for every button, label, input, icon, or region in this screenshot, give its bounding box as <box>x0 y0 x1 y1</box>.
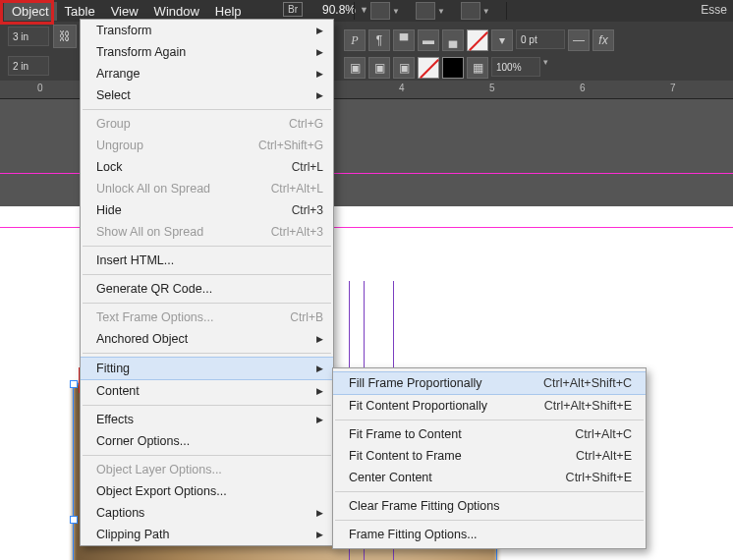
submenu-item-fill-frame-proportionally[interactable]: Fill Frame ProportionallyCtrl+Alt+Shift+… <box>333 371 646 395</box>
menu-item-transform-again[interactable]: Transform Again▶ <box>81 41 333 63</box>
menu-item-content[interactable]: Content▶ <box>81 380 333 402</box>
menu-separator <box>83 246 331 247</box>
opacity-chev-icon[interactable]: ▾ <box>543 57 548 79</box>
menu-item-shortcut: Ctrl+B <box>290 310 323 324</box>
submenu-item-shortcut: Ctrl+Shift+E <box>566 471 632 484</box>
menu-item-arrange[interactable]: Arrange▶ <box>81 63 333 84</box>
menu-item-object-layer-options: Object Layer Options... <box>81 459 333 480</box>
workspace-name-fragment[interactable]: Esse <box>701 3 727 17</box>
selection-handle-tl[interactable] <box>70 380 78 388</box>
bridge-icon[interactable]: Br <box>283 2 303 17</box>
fitting-submenu: Fill Frame ProportionallyCtrl+Alt+Shift+… <box>332 367 647 549</box>
submenu-item-shortcut: Ctrl+Alt+C <box>575 427 632 441</box>
opacity-input[interactable]: 100% <box>491 57 540 77</box>
menu-item-shortcut: Ctrl+3 <box>292 203 323 217</box>
menu-item-anchored-object[interactable]: Anchored Object▶ <box>81 328 333 350</box>
submenu-item-label: Clear Frame Fitting Options <box>349 499 500 513</box>
fill-none-icon[interactable] <box>467 29 488 51</box>
stroke-none-icon[interactable] <box>418 57 439 79</box>
menu-table[interactable]: Table <box>57 2 103 21</box>
submenu-item-clear-frame-fitting-options[interactable]: Clear Frame Fitting Options <box>333 495 646 517</box>
menu-help[interactable]: Help <box>207 2 250 21</box>
screen-mode-icon[interactable] <box>416 2 435 20</box>
submenu-item-fit-content-to-frame[interactable]: Fit Content to FrameCtrl+Alt+E <box>333 445 646 467</box>
menu-item-label: Select <box>96 88 131 102</box>
menu-item-corner-options[interactable]: Corner Options... <box>81 430 333 452</box>
menu-separator <box>335 491 644 492</box>
menu-item-captions[interactable]: Captions▶ <box>81 502 333 524</box>
menu-item-shortcut: Ctrl+Shift+G <box>258 139 323 152</box>
submenu-item-shortcut: Ctrl+Alt+Shift+C <box>543 376 632 390</box>
fill-black-icon[interactable] <box>442 57 464 79</box>
align-center-icon[interactable]: ▬ <box>418 29 439 51</box>
menu-item-shortcut: Ctrl+G <box>289 117 323 131</box>
stroke-pt-chev[interactable]: ▾ <box>491 29 513 51</box>
fx-icon[interactable]: fx <box>592 29 614 51</box>
menu-item-generate-qr-code[interactable]: Generate QR Code... <box>81 278 333 300</box>
submenu-item-frame-fitting-options[interactable]: Frame Fitting Options... <box>333 524 646 545</box>
control-panel-right: P ¶ ▀ ▬ ▄ ▾ 0 pt — fx ▣ ▣ ▣ ▦ 100% ▾ <box>342 28 733 81</box>
menu-item-label: Transform <box>96 24 152 37</box>
submenu-item-fit-frame-to-content[interactable]: Fit Frame to ContentCtrl+Alt+C <box>333 423 646 445</box>
menu-separator <box>83 274 331 275</box>
menu-item-label: Show All on Spread <box>96 225 203 239</box>
submenu-item-label: Center Content <box>349 471 432 484</box>
selection-handle-ml[interactable] <box>70 516 78 524</box>
submenu-item-fit-content-proportionally[interactable]: Fit Content ProportionallyCtrl+Alt+Shift… <box>333 395 646 417</box>
character-icon[interactable]: P <box>344 29 366 51</box>
menu-item-select[interactable]: Select▶ <box>81 84 333 106</box>
submenu-arrow-icon: ▶ <box>316 508 323 518</box>
menu-item-unlock-all-on-spread: Unlock All on SpreadCtrl+Alt+L <box>81 178 333 199</box>
menu-item-clipping-path[interactable]: Clipping Path▶ <box>81 524 333 545</box>
chevron-down-icon[interactable]: ▼ <box>482 7 490 16</box>
fit-icon-1[interactable]: ▣ <box>344 57 366 79</box>
text-icon[interactable]: ¶ <box>368 29 390 51</box>
menu-view[interactable]: View <box>103 2 146 21</box>
menu-item-transform[interactable]: Transform▶ <box>81 20 333 41</box>
submenu-item-label: Fit Frame to Content <box>349 427 462 441</box>
align-bottom-icon[interactable]: ▄ <box>442 29 464 51</box>
stroke-weight-input[interactable]: 0 pt <box>516 29 565 49</box>
align-top-icon[interactable]: ▀ <box>393 29 415 51</box>
menu-item-label: Unlock All on Spread <box>96 182 210 196</box>
menu-item-lock[interactable]: LockCtrl+L <box>81 156 333 178</box>
menu-item-label: Ungroup <box>96 139 143 152</box>
fit-icon-2[interactable]: ▣ <box>368 57 390 79</box>
link-icon[interactable]: ⛓ <box>53 25 77 48</box>
menu-separator <box>335 420 644 420</box>
menu-item-shortcut: Ctrl+L <box>292 160 323 174</box>
fit-icon-3[interactable]: ▣ <box>393 57 415 79</box>
menu-item-effects[interactable]: Effects▶ <box>81 409 333 430</box>
stroke-style-icon[interactable]: — <box>568 29 590 51</box>
menu-window[interactable]: Window <box>146 2 207 21</box>
menu-item-label: Corner Options... <box>96 434 190 448</box>
menu-item-label: Generate QR Code... <box>96 282 212 296</box>
y-field[interactable]: 2 in <box>8 56 49 76</box>
menu-separator <box>83 455 331 456</box>
menu-item-fitting[interactable]: Fitting▶ <box>81 357 333 380</box>
menu-separator <box>83 303 331 304</box>
menu-object[interactable]: Object <box>4 2 57 21</box>
view-mode-icon[interactable] <box>370 2 390 20</box>
chevron-down-icon[interactable]: ▼ <box>392 7 400 16</box>
menu-item-shortcut: Ctrl+Alt+3 <box>271 225 323 239</box>
menu-item-label: Captions <box>96 506 144 520</box>
submenu-arrow-icon: ▶ <box>316 334 323 344</box>
view-mode-strip: ▼ ▼ ▼ <box>354 0 507 22</box>
menu-item-ungroup: UngroupCtrl+Shift+G <box>81 135 333 156</box>
submenu-item-label: Frame Fitting Options... <box>349 528 478 541</box>
x-field[interactable]: 3 in <box>8 27 49 46</box>
menu-item-object-export-options[interactable]: Object Export Options... <box>81 480 333 502</box>
menu-item-insert-html[interactable]: Insert HTML... <box>81 250 333 271</box>
submenu-item-label: Fit Content to Frame <box>349 449 462 463</box>
zoom-level[interactable]: 90.8% <box>322 3 356 17</box>
submenu-item-center-content[interactable]: Center ContentCtrl+Shift+E <box>333 467 646 488</box>
menu-item-hide[interactable]: HideCtrl+3 <box>81 199 333 221</box>
submenu-arrow-icon: ▶ <box>316 69 323 79</box>
grid-icon[interactable]: ▦ <box>467 57 488 79</box>
submenu-arrow-icon: ▶ <box>316 415 323 424</box>
menu-item-show-all-on-spread: Show All on SpreadCtrl+Alt+3 <box>81 221 333 243</box>
arrange-icon[interactable] <box>461 2 480 20</box>
menu-item-label: Hide <box>96 203 122 217</box>
chevron-down-icon[interactable]: ▼ <box>437 7 445 16</box>
